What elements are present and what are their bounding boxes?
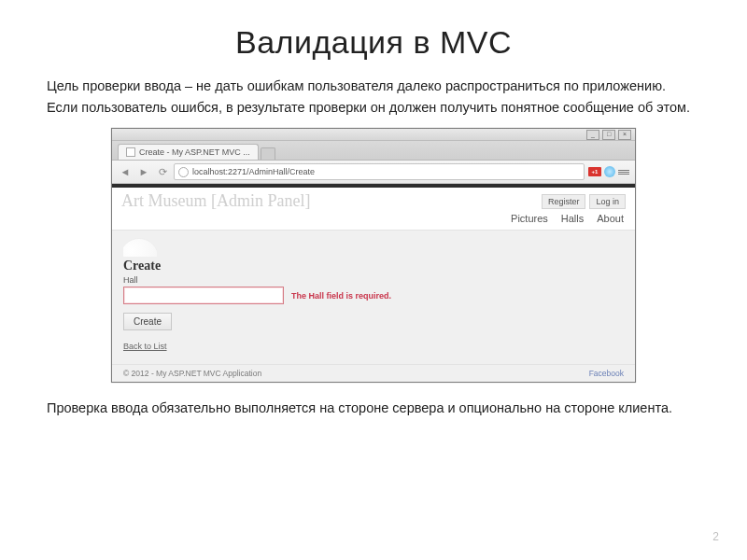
site-brand: Art Museum [Admin Panel] <box>121 191 542 211</box>
window-titlebar: _ □ × <box>112 129 635 141</box>
window-close-button[interactable]: × <box>618 130 631 140</box>
nav-about[interactable]: About <box>597 213 624 224</box>
forward-button[interactable]: ► <box>136 164 151 179</box>
tab-strip: Create - My ASP.NET MVC ... <box>112 141 635 161</box>
browser-window: _ □ × Create - My ASP.NET MVC ... ◄ ► ⟳ … <box>111 128 636 383</box>
slide-title: Валидация в MVC <box>47 24 700 61</box>
intro-paragraph-2: Если пользователь ошибся, в результате п… <box>47 99 700 117</box>
site-content: Art Museum [Admin Panel] Register Log in… <box>112 188 635 382</box>
url-text: localhost:2271/AdminHall/Create <box>192 167 315 176</box>
window-maximize-button[interactable]: □ <box>602 130 615 140</box>
decorative-circle <box>123 238 157 257</box>
page-icon <box>126 147 135 157</box>
intro-paragraph-1: Цель проверки ввода – не дать ошибкам по… <box>47 77 700 95</box>
hall-input[interactable] <box>123 287 284 304</box>
window-minimize-button[interactable]: _ <box>586 130 599 140</box>
register-button[interactable]: Register <box>542 194 586 209</box>
browser-toolbar: ◄ ► ⟳ localhost:2271/AdminHall/Create +1 <box>112 161 635 184</box>
site-nav: Pictures Halls About <box>112 213 635 230</box>
extension-skype-icon[interactable] <box>604 166 615 177</box>
extension-badge[interactable]: +1 <box>588 167 601 176</box>
create-button[interactable]: Create <box>123 313 172 330</box>
footer-facebook-link[interactable]: Facebook <box>589 369 624 378</box>
nav-pictures[interactable]: Pictures <box>511 213 548 224</box>
field-label-hall: Hall <box>123 275 624 285</box>
outro-paragraph: Проверка ввода обязательно выполняется н… <box>47 399 700 417</box>
new-tab-button[interactable] <box>261 147 275 160</box>
globe-icon <box>178 167 189 177</box>
back-to-list-link[interactable]: Back to List <box>123 342 167 351</box>
back-button[interactable]: ◄ <box>118 164 133 179</box>
login-button[interactable]: Log in <box>589 194 626 209</box>
browser-tab[interactable]: Create - My ASP.NET MVC ... <box>118 144 259 160</box>
page-number: 2 <box>712 530 719 543</box>
menu-icon[interactable] <box>618 166 629 177</box>
tab-title: Create - My ASP.NET MVC ... <box>139 147 250 157</box>
reload-button[interactable]: ⟳ <box>155 164 170 179</box>
address-bar[interactable]: localhost:2271/AdminHall/Create <box>174 163 585 180</box>
nav-halls[interactable]: Halls <box>561 213 584 224</box>
form-heading: Create <box>123 259 624 273</box>
footer-copyright: © 2012 - My ASP.NET MVC Application <box>123 369 261 378</box>
validation-error: The Hall field is required. <box>291 291 391 301</box>
